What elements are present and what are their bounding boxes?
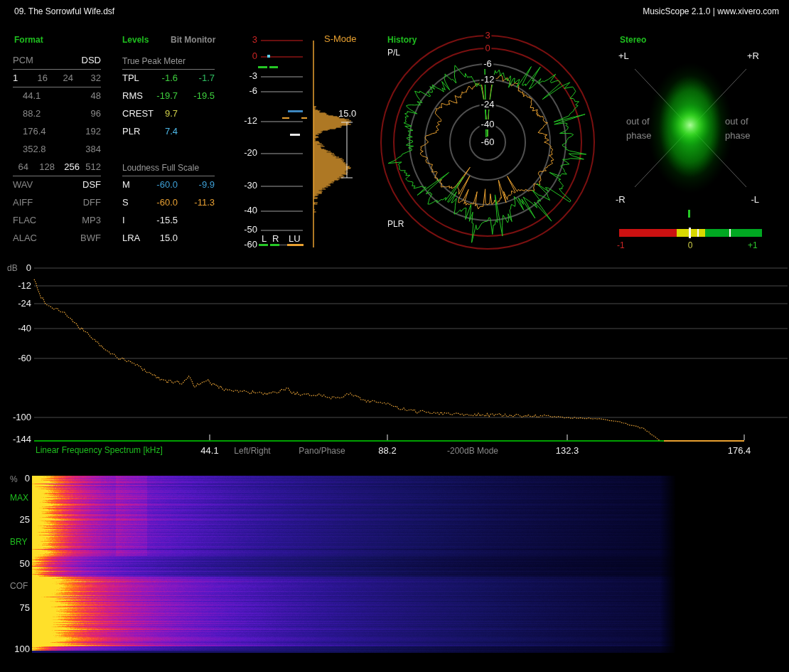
spectrum-y-label: -144 bbox=[1, 434, 31, 444]
levels-section-title: True Peak Meter bbox=[122, 56, 186, 66]
spectrum-mode-pano-phase[interactable]: Pano/Phase bbox=[299, 446, 345, 456]
level-value: -9.9 bbox=[176, 180, 215, 190]
level-value: -1.6 bbox=[135, 73, 178, 83]
level-value: 7.4 bbox=[135, 127, 178, 137]
level-label-i: I bbox=[122, 215, 125, 225]
level-value: -19.7 bbox=[135, 91, 178, 101]
app-brand: MusicScope 2.1.0 | www.xivero.com bbox=[643, 6, 779, 16]
history-panel-title: History bbox=[387, 35, 417, 45]
spectrogram-y-label: 0 bbox=[1, 474, 30, 484]
format-panel-title: Format bbox=[14, 35, 43, 45]
stereo-corner-label-minus-r: -R bbox=[616, 195, 626, 205]
format-option-192: 192 bbox=[51, 127, 101, 137]
tab-levels[interactable]: Levels bbox=[122, 35, 149, 45]
spectrum-mode-left-right[interactable]: Left/Right bbox=[234, 446, 270, 456]
spectrogram-bry-label[interactable]: BRY bbox=[10, 537, 27, 547]
level-value: -11.3 bbox=[176, 198, 215, 208]
meter-scale-label: -50 bbox=[229, 225, 257, 235]
history-ring-label: -6 bbox=[482, 59, 493, 69]
level-label-m: M bbox=[122, 180, 130, 190]
spectrum-y-label: 0 bbox=[1, 263, 31, 273]
history-ring-label: 0 bbox=[483, 43, 491, 53]
meter-scale-label: -60 bbox=[229, 240, 257, 250]
spectrum-y-label: -100 bbox=[1, 412, 31, 422]
level-value: -15.5 bbox=[135, 215, 178, 225]
format-option-pcm: PCM bbox=[13, 55, 33, 65]
format-option-flac: FLAC bbox=[13, 215, 36, 225]
meter-scale-label: 3 bbox=[229, 35, 257, 45]
file-title: 09. The Sorrowful Wife.dsf bbox=[14, 6, 114, 16]
history-pl-label: P/L bbox=[387, 48, 400, 58]
format-option-96: 96 bbox=[51, 109, 101, 119]
level-value: 9.7 bbox=[135, 109, 178, 119]
meter-channel-label-r: R bbox=[272, 234, 279, 244]
format-option-512: 512 bbox=[51, 162, 101, 172]
format-option-48: 48 bbox=[51, 91, 101, 101]
spectrogram-y-label: 50 bbox=[1, 559, 30, 569]
out-of-phase-right-2: phase bbox=[725, 131, 750, 141]
history-center-label: -60 bbox=[480, 137, 496, 147]
levels-divider bbox=[122, 176, 215, 176]
spectrum-mode-----db-mode[interactable]: -200dB Mode bbox=[447, 446, 498, 456]
spectrogram-max-label[interactable]: MAX bbox=[10, 493, 28, 503]
format-option-dsf: DSF bbox=[51, 180, 101, 190]
musicscope-window: 09. The Sorrowful Wife.dsf MusicScope 2.… bbox=[0, 0, 789, 672]
format-option-352-8: 352.8 bbox=[23, 144, 46, 154]
format-option-wav: WAV bbox=[13, 180, 33, 190]
lra-readout: 15.0 bbox=[338, 109, 356, 119]
stereo-corner-label-plusminus-r: +R bbox=[716, 51, 759, 61]
spectrum-x-label: 132.3 bbox=[556, 446, 579, 456]
stereo-panel-title: Stereo bbox=[620, 35, 646, 45]
format-option-dff: DFF bbox=[51, 198, 101, 208]
meter-scale-label: -20 bbox=[229, 148, 257, 158]
s-mode-label[interactable]: S-Mode bbox=[324, 34, 357, 44]
meter-channel-label-l: L bbox=[262, 234, 267, 244]
format-option-44-1: 44.1 bbox=[23, 91, 41, 101]
meter-channel-label-lu: LU bbox=[289, 234, 301, 244]
tab-bit-monitor[interactable]: Bit Monitor bbox=[171, 35, 215, 45]
format-option-mp3: MP3 bbox=[51, 215, 101, 225]
history-ring-label: 3 bbox=[483, 31, 491, 41]
format-divider bbox=[13, 69, 101, 70]
meter-scale-label: -30 bbox=[229, 181, 257, 191]
meter-scale-label: -12 bbox=[229, 116, 257, 126]
levels-section-title: Loudness Full Scale bbox=[122, 163, 199, 173]
history-ring-label: -24 bbox=[480, 100, 496, 110]
spectrogram-cof-label[interactable]: COF bbox=[10, 581, 28, 591]
stereo-corner-label-plusminus-l: +L bbox=[618, 51, 629, 61]
correlation-min-label: -1 bbox=[617, 240, 625, 250]
format-option-32: 32 bbox=[51, 73, 101, 83]
history-ring-label: -12 bbox=[480, 75, 496, 85]
level-value: -19.5 bbox=[176, 91, 215, 101]
correlation-max-label: +1 bbox=[748, 240, 758, 250]
meter-scale-label: 0 bbox=[229, 51, 257, 61]
spectrum-title: Linear Frequency Spectrum [kHz] bbox=[36, 445, 163, 455]
format-divider bbox=[13, 87, 101, 87]
correlation-zero-label: 0 bbox=[688, 240, 693, 250]
spectrum-x-label: 88.2 bbox=[378, 446, 396, 456]
labels-layer: 09. The Sorrowful Wife.dsf MusicScope 2.… bbox=[0, 0, 789, 672]
level-value: -60.0 bbox=[135, 198, 178, 208]
level-value: -1.7 bbox=[176, 73, 215, 83]
format-option-alac: ALAC bbox=[13, 233, 37, 243]
out-of-phase-right-1: out of bbox=[725, 117, 748, 127]
spectrum-y-label: -40 bbox=[1, 324, 31, 334]
meter-scale-label: -6 bbox=[229, 86, 257, 96]
history-plr-label: PLR bbox=[387, 219, 404, 229]
stereo-corner-label-minus-l: -L bbox=[716, 195, 759, 205]
spectrogram-y-label: 100 bbox=[1, 644, 30, 654]
levels-divider bbox=[122, 69, 215, 70]
meter-scale-label: -3 bbox=[229, 71, 257, 81]
spectrogram-y-label: 75 bbox=[1, 603, 30, 613]
history-ring-label: -40 bbox=[480, 119, 496, 129]
out-of-phase-left-1: out of bbox=[626, 117, 650, 127]
format-option-88-2: 88.2 bbox=[23, 109, 41, 119]
format-option-bwf: BWF bbox=[51, 233, 101, 243]
format-option-dsd: DSD bbox=[51, 55, 101, 65]
spectrum-x-label: 44.1 bbox=[200, 446, 218, 456]
format-option-176-4: 176.4 bbox=[23, 127, 46, 137]
spectrogram-y-label: 25 bbox=[1, 515, 30, 525]
format-option-384: 384 bbox=[51, 144, 101, 154]
format-divider bbox=[13, 176, 101, 176]
format-option-aiff: AIFF bbox=[13, 198, 33, 208]
